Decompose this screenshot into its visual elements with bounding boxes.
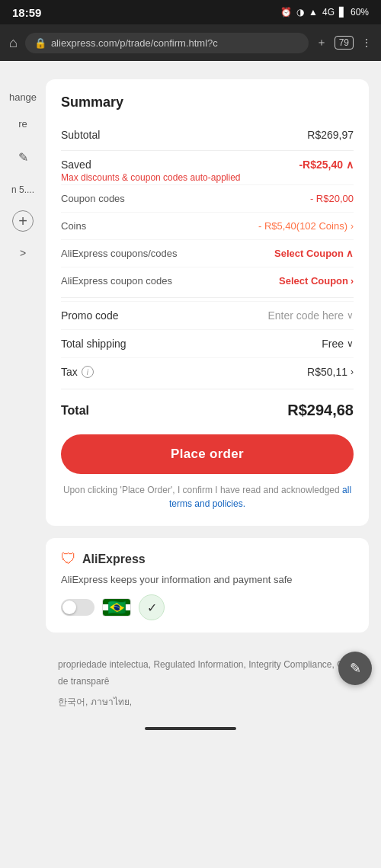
subtotal-value: R$269,97 [307, 129, 354, 141]
tax-row: Tax i R$50,11 › [61, 357, 354, 386]
divider-1 [61, 150, 354, 151]
tax-label: Tax i [61, 366, 94, 378]
sidebar-edit-icon[interactable]: ✎ [11, 145, 35, 169]
tax-value: R$50,11 › [307, 366, 354, 378]
footer: propriedade intelectua, Regulated Inform… [46, 645, 381, 721]
total-value: R$294,68 [287, 402, 354, 419]
coins-label: Coins [61, 220, 86, 232]
status-icons: ⏰ ◑ ▲ 4G ▋ 60% [280, 7, 369, 18]
coupon-codes-row: Coupon codes - R$20,00 [61, 184, 354, 212]
security-badges: ✓ [61, 594, 354, 620]
status-time: 18:59 [12, 6, 41, 19]
sidebar-change-label[interactable]: hange [9, 91, 37, 103]
security-toggle-icon [61, 599, 94, 616]
aliexpress-coupons-row: AliExpress coupons/codes Select Coupon ∧ [61, 239, 354, 267]
total-row: Total R$294,68 [61, 389, 354, 428]
signal-bars-icon: ▋ [339, 7, 346, 18]
terms-main-text: Upon clicking 'Place Order', I confirm I… [63, 485, 340, 495]
summary-card: Summary Subtotal R$269,97 Saved -R$25,40… [46, 79, 369, 526]
aliexpress-coupon-codes-row: AliExpress coupon codes Select Coupon › [61, 267, 354, 294]
select-coupon-label-1: Select Coupon [274, 248, 344, 259]
shipping-amount: Free [322, 338, 344, 350]
security-message: AliExpress keeps your information and pa… [61, 574, 354, 585]
subtotal-label: Subtotal [61, 129, 100, 141]
coins-amount: - R$5,40(102 Coins) [258, 220, 347, 232]
aliexpress-shield-icon: 🛡 [61, 550, 76, 568]
saved-subtitle: Max discounts & coupon codes auto-applie… [61, 172, 354, 183]
promo-chevron-icon[interactable]: ∨ [347, 310, 354, 321]
brightness-icon: ◑ [296, 7, 304, 18]
menu-icon[interactable]: ⋮ [361, 37, 372, 49]
lock-icon: 🔒 [34, 37, 46, 49]
select-coupon-chevron-up-icon: ∧ [346, 248, 354, 259]
battery-icon: 60% [351, 7, 369, 18]
subtotal-row: Subtotal R$269,97 [61, 123, 354, 147]
flag-badge [102, 598, 131, 617]
terms-text: Upon clicking 'Place Order', I confirm I… [61, 483, 354, 511]
coins-value: - R$5,40(102 Coins) › [258, 220, 354, 232]
sidebar-plus-icon[interactable]: + [12, 210, 34, 232]
tax-chevron-icon[interactable]: › [351, 367, 354, 377]
sidebar-re-label[interactable]: re [18, 118, 27, 130]
shipping-chevron-icon[interactable]: ∨ [347, 338, 354, 349]
footer-langs: 한국어, ภาษาไทย, [58, 694, 369, 709]
select-coupon-button-1[interactable]: Select Coupon ∧ [274, 248, 354, 259]
promo-code-label: Promo code [61, 309, 118, 322]
browser-actions: ＋ 79 ⋮ [316, 36, 372, 50]
status-bar: 18:59 ⏰ ◑ ▲ 4G ▋ 60% [0, 0, 381, 24]
place-order-button[interactable]: Place order [61, 434, 354, 474]
signal-icon: ▲ [309, 7, 318, 18]
select-coupon-label-2: Select Coupon [279, 275, 348, 287]
divider-2 [61, 297, 354, 298]
saved-chevron-icon: ∧ [346, 159, 354, 171]
sidebar-chevron-icon[interactable]: > [20, 247, 26, 259]
tax-amount: R$50,11 [307, 366, 347, 378]
browser-bar: ⌂ 🔒 aliexpress.com/p/trade/confirm.html?… [0, 24, 381, 61]
summary-title: Summary [61, 94, 354, 111]
address-bar[interactable]: 🔒 aliexpress.com/p/trade/confirm.html?c [25, 33, 309, 53]
network-icon: 4G [322, 7, 335, 18]
add-tab-icon[interactable]: ＋ [316, 36, 327, 50]
security-card: 🛡 AliExpress AliExpress keeps your infor… [46, 538, 369, 633]
verified-icon: ✓ [139, 594, 165, 620]
saved-amount: -R$25,40 [299, 159, 343, 171]
saved-section: Saved -R$25,40 ∧ Max discounts & coupon … [61, 154, 354, 184]
page-layout: hange re ✎ n 5.... + > Summary Subtotal … [0, 61, 381, 721]
coupon-codes-value: - R$20,00 [310, 193, 354, 204]
toggle-badge [61, 599, 94, 616]
alarm-icon: ⏰ [280, 7, 292, 18]
sub-rows: Coupon codes - R$20,00 Coins - R$5,40(10… [61, 184, 354, 294]
footer-links: propriedade intelectua, Regulated Inform… [58, 657, 369, 690]
left-sidebar: hange re ✎ n 5.... + > [0, 61, 46, 721]
promo-code-row: Promo code Enter code here ∨ [61, 301, 354, 329]
tax-text: Tax [61, 366, 78, 378]
select-coupon-button-2[interactable]: Select Coupon › [279, 275, 354, 287]
promo-code-placeholder: Enter code here [267, 309, 344, 322]
promo-code-value: Enter code here ∨ [267, 309, 354, 322]
coupon-codes-label: Coupon codes [61, 193, 125, 204]
aliexpress-brand-name: AliExpress [82, 553, 146, 566]
saved-top: Saved -R$25,40 ∧ [61, 159, 354, 171]
verified-badge: ✓ [139, 594, 165, 620]
total-label: Total [61, 404, 89, 418]
aliexpress-header: 🛡 AliExpress [61, 550, 354, 568]
url-text: aliexpress.com/p/trade/confirm.html?c [51, 37, 218, 49]
select-coupon-chevron-right-icon: › [351, 276, 354, 287]
total-shipping-value: Free ∨ [322, 338, 354, 350]
total-shipping-row: Total shipping Free ∨ [61, 329, 354, 357]
coins-chevron-icon: › [351, 221, 354, 232]
home-indicator [0, 721, 381, 736]
tax-info-icon[interactable]: i [82, 366, 94, 378]
coins-row: Coins - R$5,40(102 Coins) › [61, 212, 354, 239]
home-icon[interactable]: ⌂ [9, 35, 18, 51]
tab-count[interactable]: 79 [335, 36, 354, 50]
saved-label: Saved [61, 159, 91, 171]
aliexpress-coupon-codes-label: AliExpress coupon codes [61, 275, 172, 287]
aliexpress-coupons-label: AliExpress coupons/codes [61, 248, 177, 259]
fab-edit-button[interactable]: ✎ [338, 652, 372, 685]
sidebar-num-label: n 5.... [11, 184, 34, 195]
brazil-flag-icon [102, 598, 131, 617]
home-bar [145, 727, 236, 730]
total-shipping-label: Total shipping [61, 338, 126, 350]
saved-value: -R$25,40 ∧ [299, 159, 354, 171]
